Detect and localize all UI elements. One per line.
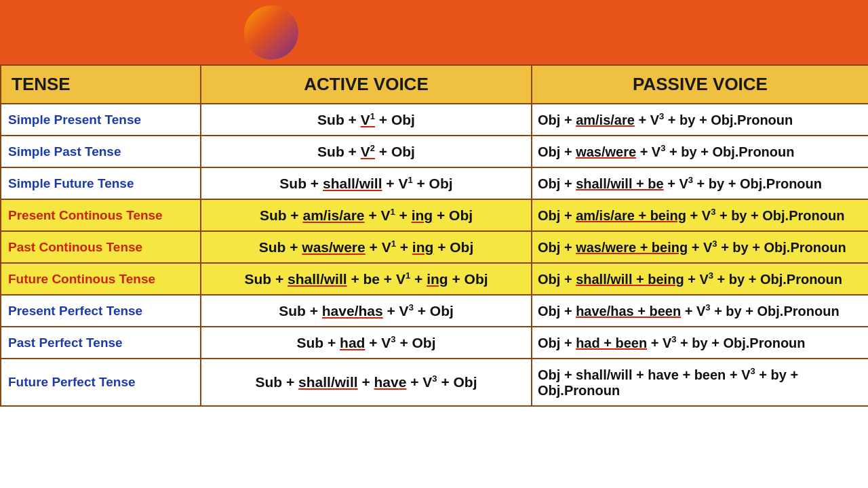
table-header-row: TENSE ACTIVE VOICE PASSIVE VOICE	[1, 65, 868, 104]
header	[0, 0, 868, 64]
col-header-tense: TENSE	[1, 65, 201, 104]
active-voice-cell: Sub + V1 + Obj	[201, 104, 532, 136]
passive-voice-cell: Obj + am/is/are + V3 + by + Obj.Pronoun	[532, 104, 868, 136]
active-voice-cell: Sub + had + V3 + Obj	[201, 327, 532, 359]
active-voice-cell: Sub + have/has + V3 + Obj	[201, 295, 532, 327]
tense-cell: Simple Future Tense	[1, 167, 201, 199]
tense-cell: Simple Past Tense	[1, 136, 201, 167]
passive-voice-cell: Obj + shall/will + have + been + V3 + by…	[532, 359, 868, 406]
table-row: Present Perfect TenseSub + have/has + V3…	[1, 295, 868, 327]
active-voice-cell: Sub + shall/will + V1 + Obj	[201, 167, 532, 199]
col-header-active: ACTIVE VOICE	[201, 65, 532, 104]
table-row: Future Perfect TenseSub + shall/will + h…	[1, 359, 868, 406]
active-voice-cell: Sub + shall/will + be + V1 + ing + Obj	[201, 263, 532, 295]
tense-cell: Past Perfect Tense	[1, 327, 201, 359]
logo	[244, 5, 298, 60]
table-row: Simple Past TenseSub + V2 + ObjObj + was…	[1, 136, 868, 167]
tense-cell: Future Perfect Tense	[1, 359, 201, 406]
passive-voice-cell: Obj + was/were + V3 + by + Obj.Pronoun	[532, 136, 868, 167]
active-voice-cell: Sub + shall/will + have + V3 + Obj	[201, 359, 532, 406]
table-row: Future Continous TenseSub + shall/will +…	[1, 263, 868, 295]
table-row: Past Perfect TenseSub + had + V3 + ObjOb…	[1, 327, 868, 359]
tense-cell: Present Continous Tense	[1, 199, 201, 231]
active-voice-cell: Sub + V2 + Obj	[201, 136, 532, 167]
passive-voice-cell: Obj + had + been + V3 + by + Obj.Pronoun	[532, 327, 868, 359]
table-container: TENSE ACTIVE VOICE PASSIVE VOICE Simple …	[0, 64, 868, 407]
active-voice-cell: Sub + am/is/are + V1 + ing + Obj	[201, 199, 532, 231]
passive-voice-cell: Obj + have/has + been + V3 + by + Obj.Pr…	[532, 295, 868, 327]
passive-voice-cell: Obj + shall/will + being + V3 + by + Obj…	[532, 263, 868, 295]
passive-voice-cell: Obj + was/were + being + V3 + by + Obj.P…	[532, 231, 868, 263]
table-row: Past Continous TenseSub + was/were + V1 …	[1, 231, 868, 263]
table-row: Simple Future TenseSub + shall/will + V1…	[1, 167, 868, 199]
tense-cell: Simple Present Tense	[1, 104, 201, 136]
table-row: Present Continous TenseSub + am/is/are +…	[1, 199, 868, 231]
passive-voice-cell: Obj + shall/will + be + V3 + by + Obj.Pr…	[532, 167, 868, 199]
tense-cell: Present Perfect Tense	[1, 295, 201, 327]
table-row: Simple Present TenseSub + V1 + ObjObj + …	[1, 104, 868, 136]
col-header-passive: PASSIVE VOICE	[532, 65, 868, 104]
active-voice-cell: Sub + was/were + V1 + ing + Obj	[201, 231, 532, 263]
passive-voice-cell: Obj + am/is/are + being + V3 + by + Obj.…	[532, 199, 868, 231]
voice-table: TENSE ACTIVE VOICE PASSIVE VOICE Simple …	[0, 64, 868, 407]
tense-cell: Future Continous Tense	[1, 263, 201, 295]
tense-cell: Past Continous Tense	[1, 231, 201, 263]
